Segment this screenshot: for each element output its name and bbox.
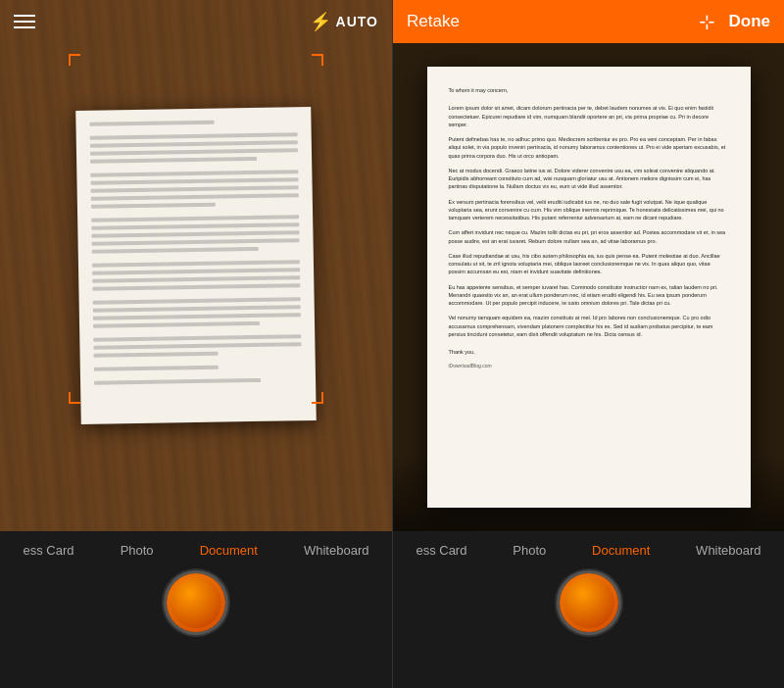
tab-photo-left[interactable]: Photo bbox=[117, 541, 158, 560]
doc-para-1: Putent definebas has te, no adhuc primo … bbox=[449, 135, 729, 160]
tab-document-left[interactable]: Document bbox=[196, 541, 262, 560]
tab-whiteboard-right[interactable]: Whiteboard bbox=[692, 541, 764, 560]
tab-whiteboard-left[interactable]: Whiteboard bbox=[300, 541, 372, 560]
doc-closing: Thank you, bbox=[449, 348, 729, 356]
corner-bl bbox=[69, 384, 88, 404]
doc-salutation: To whom it may concern, bbox=[449, 86, 729, 94]
doc-website: iDownloadBlog.com bbox=[449, 363, 729, 370]
right-bottom-area: ess Card Photo Document Whiteboard bbox=[393, 531, 784, 688]
corner-tl bbox=[69, 54, 88, 74]
shutter-button-right[interactable] bbox=[560, 573, 618, 632]
right-top-icons: ⊹ Done bbox=[699, 10, 771, 33]
left-top-bar: ⚡ AUTO bbox=[0, 0, 392, 43]
doc-para-0: Lorem ipsum dolor sit amet, dicam doloru… bbox=[449, 104, 729, 128]
camera-viewfinder bbox=[0, 0, 392, 531]
crop-icon[interactable]: ⊹ bbox=[699, 10, 715, 33]
right-tab-bar: ess Card Photo Document Whiteboard bbox=[393, 531, 784, 564]
doc-para-6: Eu has appetente sensibus, et semper iuv… bbox=[449, 283, 729, 308]
auto-badge[interactable]: ⚡ AUTO bbox=[310, 13, 378, 30]
flash-icon: ⚡ bbox=[310, 13, 331, 30]
tab-business-card-right[interactable]: ess Card bbox=[412, 541, 470, 560]
corner-br bbox=[304, 384, 323, 404]
doc-para-5: Case illud repudiandae at usu, his cibo … bbox=[449, 252, 729, 276]
right-panel: Retake ⊹ Done To whom it may concern, Lo… bbox=[392, 0, 784, 688]
auto-label: AUTO bbox=[336, 14, 378, 29]
tab-business-card-left[interactable]: ess Card bbox=[20, 541, 78, 560]
shutter-inner-right bbox=[564, 577, 614, 628]
done-button[interactable]: Done bbox=[729, 12, 771, 31]
doc-para-3: Ex versum pertinacia forensibus vel, vel… bbox=[449, 198, 729, 222]
left-panel: ⚡ AUTO bbox=[0, 0, 392, 688]
right-top-bar: Retake ⊹ Done bbox=[393, 0, 784, 43]
doc-para-2: Nec at modus docendi. Graeco latine ius … bbox=[449, 167, 729, 191]
menu-icon[interactable] bbox=[14, 15, 35, 28]
document-paper: To whom it may concern, Lorem ipsum dolo… bbox=[427, 67, 751, 508]
tab-document-right[interactable]: Document bbox=[588, 541, 654, 560]
document-preview bbox=[75, 107, 317, 424]
document-view: To whom it may concern, Lorem ipsum dolo… bbox=[393, 43, 784, 531]
left-tab-bar: ess Card Photo Document Whiteboard bbox=[0, 531, 392, 564]
corner-tr bbox=[304, 54, 323, 74]
retake-button[interactable]: Retake bbox=[407, 12, 460, 31]
tab-photo-right[interactable]: Photo bbox=[509, 541, 550, 560]
shutter-inner-left bbox=[171, 577, 221, 628]
doc-para-7: Vel nonumy tamquam equidem ea, mazim con… bbox=[449, 314, 729, 338]
shutter-button-left[interactable] bbox=[167, 573, 225, 632]
doc-para-4: Cum affert invidunt nec neque cu. Mazim … bbox=[449, 228, 729, 245]
left-bottom-area: ess Card Photo Document Whiteboard bbox=[0, 531, 392, 688]
